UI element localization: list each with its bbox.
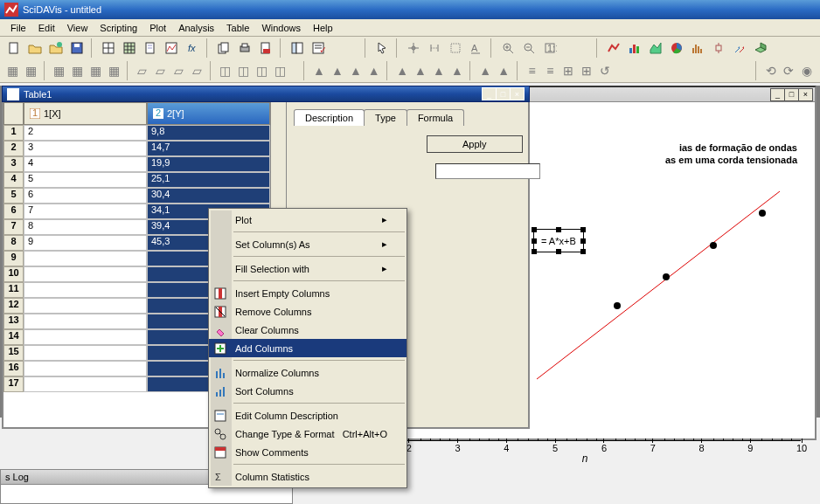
row2-k[interactable]: ◫: [218, 61, 234, 80]
open-icon[interactable]: [25, 38, 45, 58]
row2-h[interactable]: ▱: [152, 61, 169, 80]
cell-y[interactable]: 9,8: [147, 125, 270, 141]
ctx-plot[interactable]: Plot▸: [209, 211, 407, 229]
row-header[interactable]: 13: [3, 314, 24, 329]
table-min-button[interactable]: _: [482, 87, 497, 100]
pie-plot-icon[interactable]: [667, 38, 686, 58]
surface-a[interactable]: ▲: [311, 61, 328, 80]
new-note-icon[interactable]: [141, 38, 160, 58]
ctx-addcolumns[interactable]: Add Columns: [209, 339, 407, 357]
area-plot-icon[interactable]: [646, 38, 665, 58]
ctx-removecolumns[interactable]: Remove Columns: [209, 302, 407, 321]
results-log-icon[interactable]: ✓: [309, 38, 328, 58]
row2-m[interactable]: ◫: [254, 61, 270, 80]
cell-x[interactable]: [24, 314, 147, 329]
cell-x[interactable]: [24, 266, 147, 282]
row2-i[interactable]: ▱: [170, 61, 187, 80]
menu-file[interactable]: File: [4, 23, 32, 33]
row2-d[interactable]: ▦: [69, 61, 86, 80]
vector-plot-icon[interactable]: [730, 38, 749, 58]
data-reader-icon[interactable]: [404, 38, 423, 58]
cell-x[interactable]: [24, 329, 147, 345]
cell-x[interactable]: [24, 345, 147, 361]
zoom-in-icon[interactable]: [498, 38, 518, 58]
explorer-icon[interactable]: [288, 38, 307, 58]
row-header[interactable]: 12: [3, 298, 24, 314]
row-header[interactable]: 5: [3, 188, 24, 204]
row-header[interactable]: 11: [3, 282, 24, 298]
ctx-changetype[interactable]: Change Type & FormatCtrl+Alt+O: [209, 425, 407, 443]
cell-x[interactable]: 2: [24, 125, 147, 141]
new-project-icon[interactable]: [4, 38, 24, 58]
row-header[interactable]: 8: [3, 235, 24, 251]
cell-x[interactable]: [24, 251, 147, 266]
row-header[interactable]: 3: [3, 156, 24, 172]
select-range-icon[interactable]: [425, 38, 444, 58]
row2-b[interactable]: ▦: [23, 61, 39, 80]
line-plot-icon[interactable]: [604, 38, 623, 58]
cell-x[interactable]: 3: [24, 141, 147, 156]
cell-x[interactable]: 7: [24, 204, 147, 219]
row-header[interactable]: 1: [3, 125, 24, 141]
surface-d[interactable]: ▲: [365, 61, 382, 80]
plot-min-button[interactable]: _: [770, 88, 785, 101]
row-header[interactable]: 9: [3, 251, 24, 266]
row2-c[interactable]: ▦: [51, 61, 67, 80]
table-max-button[interactable]: □: [496, 87, 511, 100]
cell-x[interactable]: 8: [24, 219, 147, 235]
tab-type[interactable]: Type: [364, 109, 407, 126]
ctx-clearcolumns[interactable]: Clear Columns: [209, 321, 407, 339]
new-function-icon[interactable]: fx: [183, 38, 202, 58]
cell-y[interactable]: 30,4: [147, 188, 270, 204]
ctx-normalize[interactable]: Normalize Columns: [209, 363, 407, 382]
open-recent-icon[interactable]: [46, 38, 66, 58]
menu-scripting[interactable]: Scripting: [94, 23, 143, 33]
surface-g[interactable]: ▲: [430, 61, 447, 80]
cell-x[interactable]: [24, 361, 147, 376]
plot-close-button[interactable]: ×: [798, 88, 813, 101]
surface-j[interactable]: ▲: [496, 61, 512, 80]
rot-b[interactable]: ⟳: [781, 61, 797, 80]
surface-c[interactable]: ▲: [347, 61, 364, 80]
menu-analysis[interactable]: Analysis: [172, 23, 220, 33]
surface-k[interactable]: ≡: [524, 61, 540, 80]
row-header[interactable]: 4: [3, 172, 24, 188]
menu-table[interactable]: Table: [220, 23, 255, 33]
pointer-icon[interactable]: [372, 38, 392, 58]
row-header[interactable]: 6: [3, 204, 24, 219]
cell-x[interactable]: 9: [24, 235, 147, 251]
row2-n[interactable]: ◫: [272, 61, 288, 80]
ctx-editdesc[interactable]: Edit Column Description: [209, 406, 407, 425]
row-header[interactable]: 7: [3, 219, 24, 235]
cell-y[interactable]: 25,1: [147, 172, 270, 188]
row2-f[interactable]: ▦: [106, 61, 122, 80]
cell-y[interactable]: 14,7: [147, 141, 270, 156]
plot-3d-icon[interactable]: [751, 38, 770, 58]
zoom-out-icon[interactable]: [519, 38, 539, 58]
col-header-1[interactable]: 11[X]: [24, 102, 147, 125]
corner-cell[interactable]: [3, 102, 24, 125]
apply-button[interactable]: Apply: [427, 135, 523, 153]
row2-l[interactable]: ◫: [235, 61, 252, 80]
export-pdf-icon[interactable]: [256, 38, 275, 58]
row-header[interactable]: 16: [3, 361, 24, 376]
histogram-icon[interactable]: [688, 38, 707, 58]
print-icon[interactable]: [235, 38, 254, 58]
cell-x[interactable]: [24, 376, 147, 392]
surface-b[interactable]: ▲: [329, 61, 345, 80]
ctx-setcolumns[interactable]: Set Column(s) As▸: [209, 235, 407, 253]
row2-g[interactable]: ▱: [134, 61, 150, 80]
cell-x[interactable]: 6: [24, 188, 147, 204]
surface-f[interactable]: ▲: [413, 61, 429, 80]
row-header[interactable]: 15: [3, 345, 24, 361]
cell-x[interactable]: [24, 298, 147, 314]
cell-y[interactable]: 19,9: [147, 156, 270, 172]
row-header[interactable]: 17: [3, 376, 24, 392]
screen-reader-icon[interactable]: [446, 38, 465, 58]
rot-c[interactable]: ◉: [799, 61, 816, 80]
row2-a[interactable]: ▦: [4, 61, 21, 80]
ctx-sort[interactable]: Sort Columns: [209, 382, 407, 400]
tab-description[interactable]: Description: [294, 109, 365, 126]
surface-h[interactable]: ▲: [448, 61, 465, 80]
ctx-showcomments[interactable]: Show Comments: [209, 443, 407, 461]
